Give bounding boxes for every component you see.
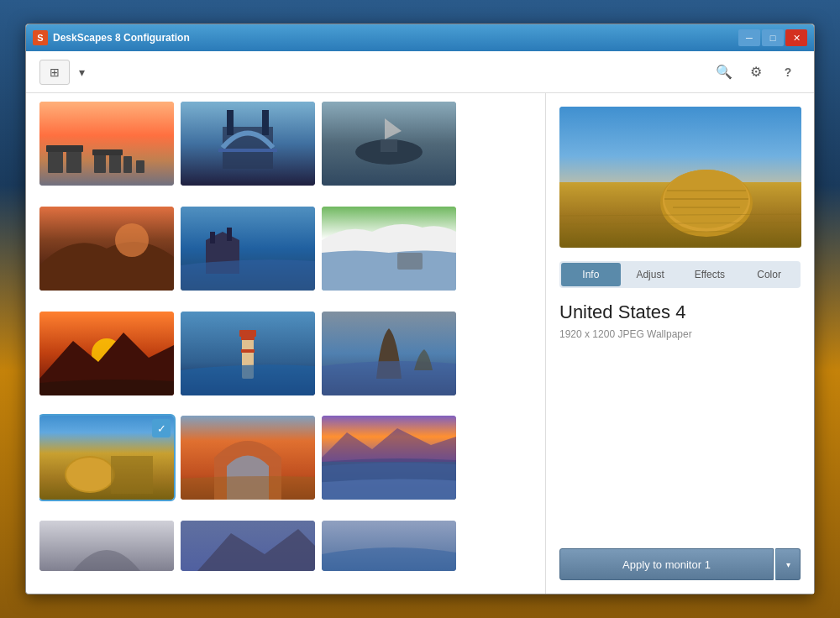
svg-rect-8 [136,160,144,173]
list-item[interactable] [181,521,315,571]
svg-point-32 [66,458,113,491]
preview-canvas [559,107,801,248]
help-button[interactable]: ? [775,60,801,85]
svg-rect-3 [46,145,83,152]
list-item[interactable] [181,102,315,186]
tab-color[interactable]: Color [739,263,799,286]
list-item[interactable] [322,521,456,571]
list-item[interactable] [181,416,315,500]
svg-rect-21 [397,253,423,270]
list-item[interactable] [39,312,174,395]
settings-button[interactable]: ⚙ [743,60,769,85]
tab-info[interactable]: Info [561,263,621,286]
toolbar-right: 🔍 ⚙ ? [711,60,801,85]
svg-rect-26 [239,330,256,337]
minimize-button[interactable]: ─ [738,29,760,46]
svg-rect-27 [241,337,255,340]
grid-icon: ⊞ [50,65,60,79]
search-icon: 🔍 [716,64,732,80]
title-controls: ─ □ ✕ [738,29,807,46]
gallery-panel: ✓ [26,93,545,594]
wallpaper-info: 1920 x 1200 JPEG Wallpaper [559,328,801,340]
svg-rect-19 [227,228,232,241]
list-item[interactable] [39,521,174,571]
preview-image [559,107,801,248]
svg-rect-12 [262,110,269,135]
chevron-down-icon: ▾ [79,65,85,79]
toolbar-left: ⊞ ▾ [39,60,90,85]
toolbar: ⊞ ▾ 🔍 ⚙ ? [26,51,814,93]
list-item[interactable] [322,312,456,395]
maximize-button[interactable]: □ [762,29,784,46]
gear-icon: ⚙ [750,64,762,80]
svg-rect-18 [210,232,215,244]
close-button[interactable]: ✕ [785,29,807,46]
chevron-down-icon: ▾ [786,560,790,569]
svg-rect-11 [227,110,234,135]
apply-dropdown-button[interactable]: ▾ [775,548,801,580]
title-bar: S DeskScapes 8 Configuration ─ □ ✕ [26,24,814,51]
list-item[interactable] [322,102,456,186]
help-icon: ? [785,65,792,79]
view-dropdown-button[interactable]: ▾ [73,60,90,85]
selected-checkmark: ✓ [152,419,171,437]
apply-button[interactable]: Apply to monitor 1 [559,548,774,580]
list-item[interactable] [181,312,315,395]
app-window: S DeskScapes 8 Configuration ─ □ ✕ ⊞ ▾ 🔍 [25,24,815,594]
svg-point-16 [115,223,149,257]
svg-rect-6 [92,149,123,155]
list-item[interactable] [39,207,174,291]
list-item[interactable] [322,416,456,500]
tab-adjust[interactable]: Adjust [621,263,680,286]
view-toggle-button[interactable]: ⊞ [39,60,70,85]
search-button[interactable]: 🔍 [711,60,737,85]
list-item[interactable] [181,207,315,291]
svg-rect-7 [123,156,132,173]
tab-effects[interactable]: Effects [680,263,740,286]
detail-panel: Info Adjust Effects Color United States … [545,93,814,594]
list-item[interactable]: ✓ [39,416,174,500]
app-icon: S [33,30,48,45]
list-item[interactable] [39,102,174,186]
window-title: DeskScapes 8 Configuration [53,32,190,44]
main-content: ✓ [26,93,814,594]
list-item[interactable] [322,207,456,291]
title-bar-left: S DeskScapes 8 Configuration [33,30,190,45]
content-area: ⊞ ▾ 🔍 ⚙ ? [26,51,814,594]
bottom-controls: Apply to monitor 1 ▾ [559,548,801,580]
tab-bar: Info Adjust Effects Color [559,261,801,288]
wallpaper-title: United States 4 [559,301,801,323]
gallery-grid[interactable]: ✓ [39,102,545,585]
svg-rect-33 [111,456,153,494]
svg-rect-28 [241,349,255,353]
